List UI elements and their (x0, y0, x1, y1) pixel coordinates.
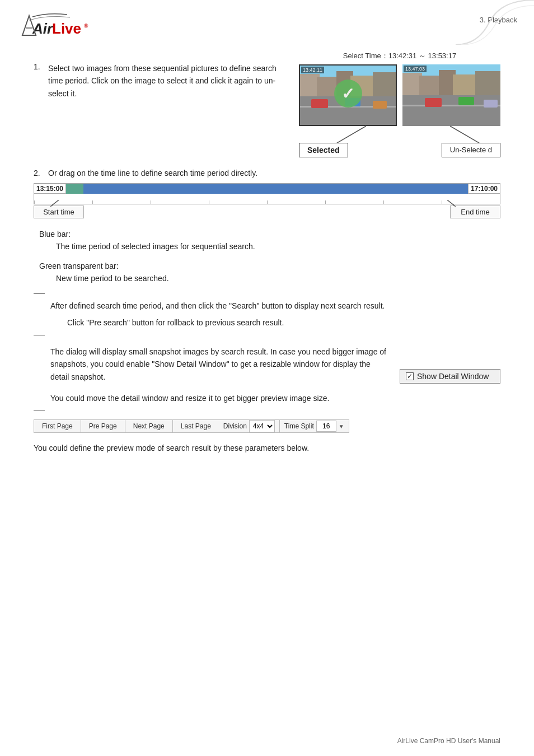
divider-3 (34, 410, 45, 410)
end-time-label: End time (450, 206, 500, 218)
svg-rect-6 (300, 74, 320, 96)
timeline-area: 13:15:00 17:10:00 (34, 183, 500, 218)
blue-bar-desc: The time period of selected images for s… (39, 241, 500, 253)
divider-2 (34, 335, 45, 335)
show-detail-checkbox[interactable]: ✓ (406, 372, 414, 380)
svg-text:Live: Live (52, 20, 81, 37)
svg-rect-10 (373, 72, 397, 96)
svg-rect-18 (419, 76, 442, 95)
thumbnail-selected[interactable]: 13:42:11 (299, 64, 397, 126)
para-3-section: The dialog will display small snapshot i… (34, 341, 500, 388)
thumb-img-2[interactable]: 13:47:03 (402, 64, 500, 126)
thumb-img-1[interactable]: 13:42:11 (299, 64, 397, 126)
start-time-label: Start time (34, 206, 84, 218)
show-detail-checkbox-area[interactable]: ✓ Show Detail Window (400, 369, 500, 384)
svg-rect-21 (475, 71, 500, 95)
green-bar-desc: New time period to be searched. (39, 273, 500, 284)
first-page-button[interactable]: First Page (34, 420, 81, 432)
blue-bar-desc-section: Blue bar: The time period of selected im… (34, 230, 500, 253)
svg-rect-13 (311, 99, 328, 108)
green-bar-title: Green transparent bar: (39, 262, 500, 270)
street-bg-1 (300, 66, 396, 125)
para-3: The dialog will display small snapshot i… (34, 346, 388, 383)
svg-rect-17 (402, 73, 422, 95)
page-header: Air Live ® 3. Playback (0, 0, 534, 45)
timeline-end-value: 17:10:00 (468, 184, 500, 194)
svg-line-30 (447, 200, 456, 207)
selected-checkmark (334, 80, 362, 108)
divider-1 (34, 293, 45, 294)
svg-rect-25 (458, 97, 474, 105)
time-split-area: Time Split 16 ▼ (280, 421, 349, 432)
section-1-text: 1. Select two images from these sequenti… (34, 51, 282, 104)
time-split-input[interactable]: 16 (316, 421, 336, 432)
division-area: Division 4x4 2x2 3x3 (219, 420, 280, 432)
para-1: After defined search time period, and th… (34, 300, 500, 312)
page-footer: AirLive CamPro HD User's Manual (397, 737, 500, 745)
img2-timestamp: 13:47:03 (404, 66, 427, 72)
svg-rect-20 (453, 74, 478, 95)
green-bar-desc-section: Green transparent bar: New time period t… (34, 262, 500, 284)
blue-bar (34, 184, 500, 194)
svg-text:®: ® (84, 23, 88, 29)
thumbnail-unselected[interactable]: 13:47:03 (402, 64, 500, 126)
list-num-2: 2. (34, 169, 45, 178)
list-item-2: 2. Or drag on the time line to define se… (34, 169, 500, 178)
unselected-label: Un-Selecte d (442, 143, 500, 157)
svg-rect-15 (373, 101, 387, 109)
pre-page-button[interactable]: Pre Page (81, 420, 125, 432)
time-split-label: Time Split (284, 422, 314, 430)
section1-description: Select two images from these sequential … (48, 62, 282, 100)
show-detail-label: Show Detail Window (417, 372, 489, 381)
navigation-bar: First Page Pre Page Next Page Last Page … (34, 419, 349, 433)
next-page-button[interactable]: Next Page (125, 420, 173, 432)
last-page-button[interactable]: Last Page (173, 420, 219, 432)
select-time-label: Select Time：13:42:31 ～ 13:53:17 (343, 51, 456, 61)
chapter-label: 3. Playback (480, 16, 517, 24)
main-content: 1. Select two images from these sequenti… (0, 45, 534, 470)
images-row: 13:42:11 (299, 64, 500, 126)
selected-label: Selected (299, 143, 348, 157)
svg-rect-26 (484, 100, 498, 108)
svg-line-29 (50, 200, 59, 207)
list-num-1: 1. (34, 62, 45, 100)
para-4: You could move the detail window and res… (34, 392, 500, 404)
list-item-1: 1. Select two images from these sequenti… (34, 62, 282, 100)
section-2: 2. Or drag on the time line to define se… (34, 169, 500, 218)
img1-timestamp: 13:42:11 (301, 67, 324, 73)
street-bg-2 (402, 64, 500, 126)
timeline-bar[interactable]: 13:15:00 17:10:00 (34, 183, 500, 204)
logo: Air Live ® (17, 10, 90, 45)
para-2: Click "Pre search" button for rollback t… (50, 316, 500, 329)
blue-bar-title: Blue bar: (39, 230, 500, 239)
division-label: Division (223, 422, 247, 430)
section2-description: Or drag on the time line to define searc… (48, 169, 257, 178)
division-select[interactable]: 4x4 2x2 3x3 (249, 420, 275, 432)
timeline-start-value: 13:15:00 (34, 184, 66, 194)
para-5: You could define the preview mode of sea… (34, 442, 500, 454)
section-1-images: Select Time：13:42:31 ～ 13:53:17 (299, 51, 500, 157)
section-1: 1. Select two images from these sequenti… (34, 51, 500, 157)
time-split-arrow: ▼ (339, 423, 344, 430)
svg-rect-24 (425, 98, 442, 107)
